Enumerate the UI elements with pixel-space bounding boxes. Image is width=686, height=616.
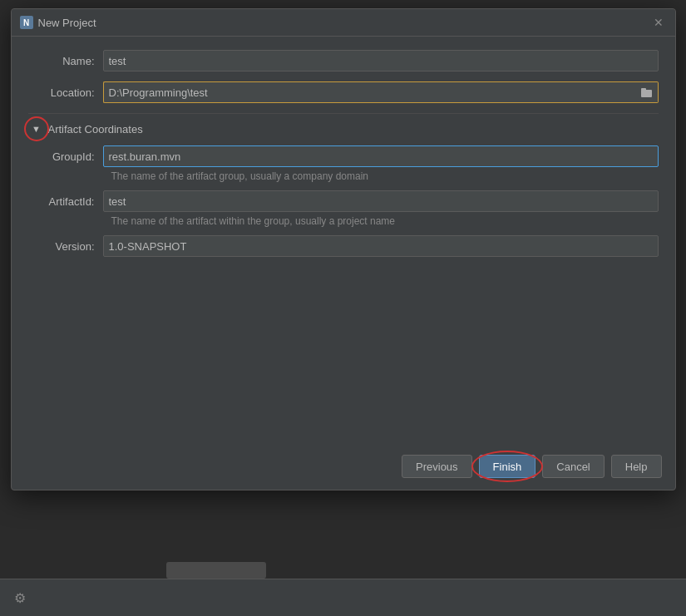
separator <box>28 113 659 114</box>
artifact-coordinates-section: ▼ Artifact Coordinates GroupId: The name… <box>28 121 659 257</box>
groupid-input[interactable] <box>103 145 659 167</box>
location-label: Location: <box>28 86 103 99</box>
svg-rect-1 <box>641 88 646 91</box>
dialog-icon: N <box>20 16 33 29</box>
help-button[interactable]: Help <box>611 455 662 478</box>
location-input[interactable] <box>103 81 637 103</box>
finish-button[interactable]: Finish <box>479 455 536 478</box>
artifactid-hint: The name of the artifact within the grou… <box>111 215 659 227</box>
groupid-hint: The name of the artifact group, usually … <box>111 170 659 182</box>
spacer <box>28 267 659 433</box>
location-row: Location: <box>28 81 659 103</box>
groupid-label: GroupId: <box>28 150 103 163</box>
dialog-footer: Previous Finish Cancel Help <box>12 446 675 490</box>
groupid-row: GroupId: <box>28 145 659 167</box>
browse-folder-button[interactable] <box>637 81 659 103</box>
name-label: Name: <box>28 55 103 67</box>
artifactid-input[interactable] <box>103 190 659 212</box>
dialog-titlebar: N New Project ✕ <box>12 9 675 37</box>
close-button[interactable]: ✕ <box>650 14 667 31</box>
artifact-header: ▼ Artifact Coordinates <box>28 121 659 137</box>
name-row: Name: <box>28 50 659 71</box>
artifact-section-title: Artifact Coordinates <box>48 123 143 136</box>
location-field-group <box>103 81 659 103</box>
dialog-body: Name: Location: <box>12 37 675 446</box>
new-project-dialog: N New Project ✕ Name: Location: <box>11 8 676 490</box>
dialog-title: New Project <box>38 17 645 29</box>
dialog-overlay: N New Project ✕ Name: Location: <box>0 0 686 616</box>
svg-rect-0 <box>641 90 652 97</box>
artifactid-label: ArtifactId: <box>28 195 103 208</box>
version-row: Version: <box>28 235 659 257</box>
version-input[interactable] <box>103 235 659 257</box>
version-label: Version: <box>28 240 103 253</box>
artifact-toggle-arrow[interactable]: ▼ <box>28 121 45 137</box>
cancel-button[interactable]: Cancel <box>542 455 604 478</box>
name-input[interactable] <box>103 50 659 71</box>
artifactid-row: ArtifactId: <box>28 190 659 212</box>
previous-button[interactable]: Previous <box>402 455 472 478</box>
